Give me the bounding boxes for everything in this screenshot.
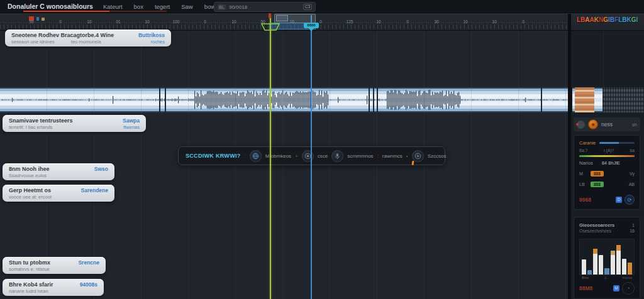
card-action-link[interactable]: Sawpa — [123, 117, 140, 124]
volume-slider[interactable] — [599, 142, 635, 144]
orange-value-badge[interactable]: 888 — [591, 171, 604, 177]
level-meter — [579, 155, 635, 157]
clip-dark-segment[interactable] — [602, 87, 644, 112]
row-right-label: AB — [625, 182, 635, 187]
loop-start-flag-icon[interactable] — [260, 23, 281, 33]
clip-boundary-line — [541, 87, 542, 112]
ruler-time-label: 125 — [347, 19, 353, 24]
separator: + — [295, 153, 298, 159]
marker-red-icon[interactable] — [269, 13, 271, 18]
green-value-badge[interactable]: 888 — [591, 182, 604, 187]
card-subtitle: nanarie ludrd hean — [9, 288, 48, 294]
card-action-link[interactable]: Swso — [94, 166, 108, 172]
clip-orange-segment[interactable] — [575, 87, 594, 112]
transport-button-label: csce — [318, 153, 328, 159]
ruler-time-label: 10 — [492, 19, 496, 24]
logo-letter: K — [594, 16, 599, 23]
card-title: Stun tu ptobmx — [9, 259, 50, 266]
device-orange-glyph: ◉ — [591, 122, 595, 127]
ruler-time-label: 99 — [29, 19, 33, 24]
card-action-link-2[interactable]: roches — [150, 39, 165, 45]
histogram-bar — [582, 259, 586, 275]
card-action-link[interactable]: 94008s — [80, 281, 97, 288]
menu-item[interactable]: tegert — [155, 3, 170, 10]
device-strip: ◉ ness sh — [574, 117, 640, 131]
waveform-track[interactable] — [0, 87, 644, 112]
globe-icon[interactable] — [250, 150, 262, 162]
mixer-name: Narios — [579, 160, 593, 166]
menu-item[interactable]: Kateurt — [103, 3, 123, 10]
logo-letter: B — [622, 16, 626, 23]
mixer-footer-code: 9968 — [579, 197, 591, 203]
menu-item[interactable]: box — [134, 3, 143, 10]
playhead-blue[interactable] — [311, 15, 312, 299]
histogram-tick-label: 1 — [604, 276, 606, 280]
ruler-time-label: 0 — [406, 19, 409, 24]
cue-marker[interactable]: 8888 — [304, 23, 319, 28]
card-subtitle: seseaon une idnines — [11, 39, 55, 45]
notification-card[interactable]: Bhre Kob4 sfarir nanarie ludrd hean 9400… — [3, 279, 104, 296]
playhead-green[interactable] — [270, 15, 271, 299]
transport-extra-label: rawnmcs — [382, 153, 402, 159]
panel-divider[interactable] — [568, 14, 571, 299]
mixer-value: 84 8hJlE — [602, 160, 620, 166]
card-action-link[interactable]: Buttrikoss — [138, 32, 165, 38]
clip-boundary-line — [159, 87, 160, 112]
transport-title: SCCDIWK KRWWI? — [186, 153, 241, 159]
histogram-bar-cap — [593, 249, 597, 254]
search-input[interactable]: BL 90/0018 C3 — [214, 2, 316, 12]
notification-card[interactable]: Snamivave tentrusteers temetit: I tiac e… — [3, 115, 146, 132]
layers-icon[interactable]: D — [616, 197, 622, 203]
play-icon[interactable] — [412, 150, 424, 162]
separator: : — [377, 153, 379, 159]
loading-progress-bar — [23, 11, 167, 12]
mixer-panel: Caranie Ba:? r.(A)? ba Narios 84 8hJlE M… — [574, 135, 640, 210]
notification-card[interactable]: Gerp Heetmt os vooce uee at: ercoot Sare… — [3, 185, 114, 202]
row-right-label: Vy — [625, 171, 635, 176]
histogram-bar — [599, 255, 603, 275]
logo-letter: G — [603, 16, 608, 23]
clip-boundary-line — [373, 87, 374, 112]
device-orange-icon[interactable]: ◉ — [588, 119, 598, 129]
card-title: Gerp Heetmt os — [9, 187, 52, 193]
ruler-time-label: 0 — [522, 19, 525, 24]
marker-blue-start-icon[interactable] — [36, 17, 39, 21]
card-subtitle: somahrvs e: ntistue — [9, 266, 50, 272]
separator: : — [245, 153, 246, 159]
menu-item[interactable]: Saw — [181, 3, 192, 10]
mic-icon[interactable] — [331, 150, 343, 162]
card-action-link-2[interactable]: ftwenas — [123, 124, 140, 130]
bookmark-icon[interactable]: M — [613, 285, 619, 291]
histogram-bar — [604, 268, 609, 275]
logo-letter: B — [610, 16, 614, 23]
ruler-time-label: 10 — [463, 19, 467, 24]
device-gray-icon[interactable] — [577, 121, 585, 129]
refresh-ghost-icon[interactable]: ◔ — [622, 282, 635, 295]
ruler-time-label: 0 — [59, 19, 62, 24]
slider-label: Caranie — [579, 140, 596, 146]
timeline-ruler[interactable]: 990100110100010501001251003010100 — [0, 13, 644, 31]
card-subtitle: temetit: I tiac ertands — [9, 124, 53, 130]
notification-card[interactable]: Sneotene Rodhev Bracagtorbe.4 Wine sesea… — [5, 30, 171, 46]
transport-button-label: Szccsos — [428, 153, 447, 159]
ruler-time-label: 10 — [376, 19, 380, 24]
notification-card[interactable]: Stun tu ptobmx somahrvs e: ntistue Srenc… — [3, 257, 106, 274]
sync-icon[interactable]: ⟳ — [625, 195, 635, 205]
logo-letter: K — [627, 16, 631, 23]
notification-card[interactable]: 8nm Nooh ihee Ssadrvooue euios Swso — [3, 163, 114, 180]
clip-boundary-line — [377, 87, 378, 112]
daw-window: Donaluler C wonosaiblours Kateurtboxtege… — [0, 0, 644, 299]
logo-letter: I — [636, 16, 638, 23]
card-action-link[interactable]: Sarendene — [81, 187, 108, 193]
marker-tan-start-icon[interactable] — [42, 18, 45, 21]
device-status: sh — [632, 122, 637, 128]
ruler-time-label: 30 — [434, 19, 438, 24]
histogram-bar — [587, 270, 592, 275]
mixer-sub-label: ba — [630, 148, 635, 153]
transport-button-label: M obmkeos — [265, 153, 291, 159]
progress-fill — [23, 11, 109, 12]
histogram-bar — [622, 259, 626, 275]
card-action-link[interactable]: Srencne — [78, 259, 99, 266]
window-title: Donaluler C wonosaiblours — [8, 3, 93, 10]
search-value: 90/0018 — [229, 4, 247, 10]
